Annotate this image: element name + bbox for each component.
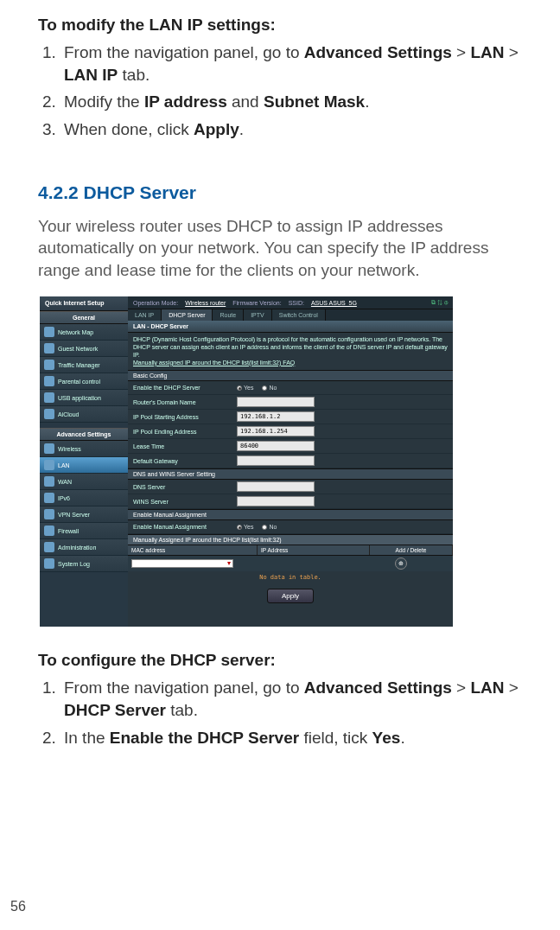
sidebar-item-aicloud[interactable]: AiCloud [40,406,128,423]
lbl: Yes [244,524,253,530]
sidebar-item-guest-network[interactable]: Guest Network [40,341,128,357]
router-topbar: Operation Mode: Wireless router Firmware… [128,296,453,309]
basic-config-header: Basic Config [128,370,453,381]
lbl: No [269,524,277,530]
sidebar-item-usb-application[interactable]: USB application [40,390,128,406]
radio-dot-icon [262,525,267,530]
t: When done, click [64,120,194,138]
manual-assignment-header: Enable Manual Assignment [128,509,453,520]
t: field, tick [299,729,372,747]
menu-icon [44,443,54,454]
lbl: Wireless [58,446,81,452]
b: Enable the DHCP Server [110,729,299,747]
tab-route[interactable]: Route [213,309,244,321]
b: Advanced Settings [304,678,452,697]
lbl: Traffic Manager [58,362,100,368]
sidebar-item-network-map[interactable]: Network Map [40,324,128,341]
t: > [505,43,519,61]
mac-dropdown[interactable] [131,559,233,568]
sidebar-item-wireless[interactable]: Wireless [40,441,128,457]
t: Modify the [64,92,144,111]
t: > [452,678,471,697]
sidebar-item-vpn-server[interactable]: VPN Server [40,506,128,523]
lbl: USB application [58,395,101,401]
input-lease[interactable] [237,441,315,451]
opmode-value[interactable]: Wireless router [185,300,226,306]
subsection-intro: Your wireless router uses DHCP to assign… [38,215,532,282]
lbl: AiCloud [58,411,80,417]
input-ip-end[interactable] [237,426,315,436]
input-gateway[interactable] [237,455,315,466]
label-domain: Router's Domain Name [133,399,237,405]
menu-icon [44,476,54,487]
sidebar-item-administration[interactable]: Administration [40,539,128,556]
panel-title: LAN - DHCP Server [128,321,453,333]
tab-switch-control[interactable]: Switch Control [272,309,326,321]
label-ip-end: IP Pool Ending Address [133,429,237,435]
lbl: Firewall [58,528,79,534]
step-1: From the navigation panel, go to Advance… [60,677,532,721]
radio-manual-no[interactable]: No [262,524,277,530]
lbl: Guest Network [58,346,98,352]
input-ip-start[interactable] [237,411,315,422]
label-ip-start: IP Pool Starting Address [133,414,237,420]
tab-dhcp-server[interactable]: DHCP Server [162,309,213,321]
no-data-message: No data in table. [128,571,453,583]
sidebar-item-firewall[interactable]: Firewall [40,523,128,539]
sidebar-item-system-log[interactable]: System Log [40,556,128,572]
value-manual: Yes No [237,524,283,531]
input-wins[interactable] [237,496,315,506]
b: Apply [194,120,239,138]
radio-yes[interactable]: Yes [237,385,253,391]
sidebar-item-ipv6[interactable]: IPv6 [40,490,128,506]
faq-link[interactable]: Manually assigned IP around the DHCP lis… [133,360,295,366]
sidebar-item-wan[interactable]: WAN [40,474,128,490]
radio-manual-yes[interactable]: Yes [237,524,253,530]
lbl: IPv6 [58,495,70,501]
step-1: From the navigation panel, go to Advance… [60,41,532,86]
lbl: Yes [244,385,253,391]
radio-dot-icon [237,525,242,530]
opmode-label: Operation Mode: [133,300,178,306]
t: > [505,678,519,697]
router-screenshot: Quick Internet Setup General Network Map… [40,296,453,627]
row-default-gateway: Default Gateway [128,454,453,468]
lbl: LAN [58,462,70,468]
menu-icon [44,409,54,419]
section-heading-dhcp: To configure the DHCP server: [38,651,532,670]
menu-icon [44,558,54,569]
sidebar-item-lan[interactable]: LAN [40,457,128,474]
sidebar-item-traffic-manager[interactable]: Traffic Manager [40,357,128,373]
sidebar-advanced-header: Advanced Settings [40,428,128,441]
ssid-label: SSID: [289,300,304,306]
sidebar-qis[interactable]: Quick Internet Setup [40,296,128,311]
apply-button[interactable]: Apply [267,589,314,603]
step-2: In the Enable the DHCP Server field, tic… [60,727,532,749]
menu-icon [44,509,54,519]
menu-icon [44,460,54,470]
table-input-row: ⊕ [128,556,453,571]
ssid-value: ASUS ASUS_5G [311,300,357,306]
tab-iptv[interactable]: IPTV [244,309,272,321]
lbl: WAN [58,479,72,485]
input-domain[interactable] [237,397,315,407]
t: . [400,729,404,747]
lbl: Network Map [58,329,93,335]
steps-lanip: From the navigation panel, go to Advance… [38,41,532,141]
row-manual-enable: Enable Manual Assignment Yes No [128,520,453,534]
menu-icon [44,493,54,503]
lbl: VPN Server [58,512,90,518]
row-ip-start: IP Pool Starting Address [128,410,453,424]
input-dns[interactable] [237,481,315,492]
menu-icon [44,343,54,354]
menu-icon [44,327,54,337]
dns-wins-header: DNS and WINS Server Setting [128,468,453,480]
menu-icon [44,360,54,370]
radio-dot-icon [262,385,267,391]
add-button[interactable]: ⊕ [395,557,407,570]
sidebar-item-parental-control[interactable]: Parental control [40,373,128,390]
radio-no[interactable]: No [262,385,277,391]
step-2: Modify the IP address and Subnet Mask. [60,91,532,113]
tab-lan-ip[interactable]: LAN IP [128,309,162,321]
row-dns: DNS Server [128,480,453,494]
